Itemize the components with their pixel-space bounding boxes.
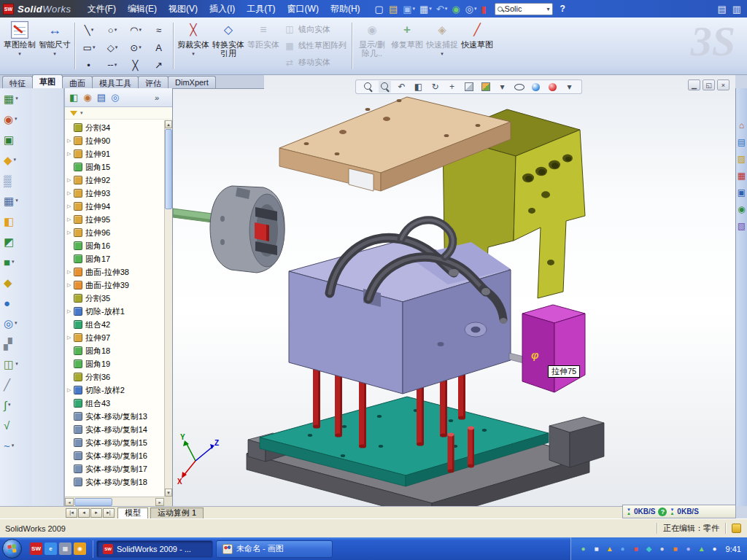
tree-item[interactable]: ▷ 拉伸93 (65, 187, 164, 200)
menu-item[interactable]: 插入(I) (204, 1, 241, 18)
zoom-area-icon[interactable] (379, 81, 391, 93)
tab-nav-button[interactable]: ▸| (103, 508, 115, 518)
menu-item[interactable]: 视图(V) (163, 1, 204, 18)
window-close-icon[interactable]: × (717, 79, 729, 90)
tray-icon[interactable]: ▲ (697, 544, 707, 554)
tree-filter-row[interactable]: ▾ (65, 107, 172, 120)
convert-entities-button[interactable]: 转换实体引用 (211, 19, 246, 73)
menu-item[interactable]: 工具(T) (241, 1, 281, 18)
tree-item[interactable]: ▷ 拉伸91 (65, 147, 164, 160)
resources-icon[interactable]: ⌂ (739, 121, 744, 130)
tree-item[interactable]: 圆角18 (65, 344, 164, 357)
dock-tool-button[interactable]: ▦ ▾ (0, 190, 32, 211)
expand-arrow-icon[interactable]: ▷ (67, 230, 74, 236)
dock-tool-button[interactable]: ~ ▾ (0, 435, 32, 456)
dock-tool-button[interactable]: ∫ ▾ (0, 394, 32, 415)
quick-launch-desktop-icon[interactable]: ▦ (59, 542, 71, 555)
dock-tool-button[interactable]: ▒ (0, 170, 32, 190)
tree-item[interactable]: 圆角15 (65, 160, 164, 174)
tray-icon[interactable]: ◆ (644, 544, 654, 554)
dock-tool-button[interactable]: ◆ (0, 272, 32, 292)
tree-item[interactable]: ▷ 切除-放样2 (65, 384, 164, 397)
tab-evaluate[interactable]: 评估 (138, 76, 169, 88)
tab-mold-tools[interactable]: 模具工具 (92, 76, 139, 88)
expand-arrow-icon[interactable]: ▷ (67, 269, 74, 275)
start-button[interactable] (2, 539, 22, 559)
panel-toggle-icon[interactable]: ▥ (731, 2, 743, 15)
dock-tool-button[interactable]: ◧ (0, 211, 32, 231)
tree-item[interactable]: 实体-移动/复制16 (65, 449, 164, 462)
expand-arrow-icon[interactable]: ▷ (67, 217, 74, 222)
tree-item[interactable]: ▷ 切除-放样1 (65, 305, 164, 318)
dock-tool-button[interactable]: ▦ ▾ (0, 88, 32, 109)
sketch-entity-button[interactable]: ▭▾ (77, 39, 101, 56)
quick-launch-solidworks-icon[interactable]: SW (30, 542, 42, 555)
netmon-help-icon[interactable]: ? (658, 508, 667, 516)
tab-features[interactable]: 特征 (2, 76, 33, 88)
dock-tool-button[interactable]: ╱ (0, 374, 32, 394)
tree-item[interactable]: 分割35 (65, 292, 164, 305)
tree-item[interactable]: ▷ 拉伸95 (65, 213, 164, 226)
tab-sketch[interactable]: 草图 (32, 74, 63, 88)
rapid-sketch-button[interactable]: 快速草图 (460, 19, 495, 73)
filter-dropdown-icon[interactable]: ▾ (80, 110, 83, 116)
dock-tool-button[interactable]: √ (0, 415, 32, 435)
collapse-menu-icon[interactable]: ▤ (716, 2, 727, 15)
expand-arrow-icon[interactable]: ▷ (67, 138, 74, 144)
dock-tool-button[interactable]: ● (0, 292, 32, 313)
sketch-entity-button[interactable]: ◇▾ (101, 39, 124, 56)
trim-entities-button[interactable]: 剪裁实体 ▾ (176, 19, 211, 73)
scroll-right-icon[interactable]: ▸ (155, 498, 164, 506)
model-canvas[interactable]: φ Y Z X (173, 75, 735, 506)
tree-item[interactable]: 分割34 (65, 121, 164, 134)
tray-icon[interactable]: ■ (670, 544, 681, 554)
options-icon[interactable]: ◎▾ (464, 2, 479, 15)
window-restore-icon[interactable]: ◱ (703, 79, 715, 90)
search-input[interactable]: Solic ▾ (495, 3, 553, 15)
undo-icon[interactable]: ↶▾ (435, 2, 449, 15)
smart-dimension-button[interactable]: 智能尺寸 ▾ (37, 19, 72, 73)
tab-nav-button[interactable]: ◂ (78, 508, 90, 518)
sketch-entity-button[interactable]: ⊙▾ (124, 39, 147, 56)
tray-icon[interactable]: ■ (631, 544, 641, 554)
tree-item[interactable]: ▷ 拉伸97 (65, 331, 164, 344)
linear-sketch-pattern-button[interactable]: ▦线性草图阵列 (284, 40, 347, 51)
tree-item[interactable]: 分割36 (65, 370, 164, 384)
search-dropdown-icon[interactable]: ▾ (547, 6, 550, 12)
motion-study-tab[interactable]: 运动算例 1 (150, 508, 204, 518)
sketch-entity-button[interactable]: ↗ (147, 56, 171, 74)
help-button[interactable]: ? (560, 4, 565, 14)
tree-item[interactable]: ▷ 曲面-拉伸38 (65, 265, 164, 279)
tray-icon[interactable]: ▲ (605, 544, 615, 554)
expand-arrow-icon[interactable]: ▷ (67, 387, 74, 393)
dock-tool-button[interactable]: ◆ ▾ (0, 149, 32, 170)
tree-item[interactable]: 实体-移动/复制15 (65, 436, 164, 449)
sketch-entity-button[interactable]: • (77, 56, 101, 74)
tree-item[interactable]: 实体-移动/复制18 (65, 475, 164, 489)
configuration-manager-tab-icon[interactable]: ▤ (97, 93, 106, 102)
file-explorer-icon[interactable]: ▨ (738, 155, 746, 163)
section-view-icon[interactable]: ◧ (412, 81, 425, 93)
feature-manager-tab-icon[interactable]: ◧ (69, 93, 78, 102)
dropdown-icon[interactable]: ▾ (496, 81, 508, 93)
sketch-entity-button[interactable]: ≈ (147, 21, 171, 39)
dimxpert-manager-tab-icon[interactable]: ◎ (111, 93, 119, 102)
dock-tool-button[interactable]: ■ ▾ (0, 252, 32, 272)
tree-horizontal-scrollbar[interactable]: ◂ ▸ (65, 497, 164, 506)
custom-properties-icon[interactable]: ◉ (738, 205, 745, 214)
mirror-entities-button[interactable]: ◫镜向实体 (284, 24, 347, 35)
display-delete-relations-button[interactable]: 显示/删除几.. (355, 19, 390, 73)
zoom-fit-icon[interactable] (362, 81, 374, 93)
tray-icon[interactable]: ● (710, 544, 720, 554)
tree-vertical-scrollbar[interactable]: ▲ ▼ (164, 120, 172, 497)
pan-icon[interactable]: + (446, 81, 458, 93)
new-document-icon[interactable]: ▢ (374, 2, 386, 15)
sketch-entity-button[interactable]: ╌▾ (101, 56, 124, 74)
sketch-entity-button[interactable]: ╳ (124, 56, 147, 74)
quick-snaps-button[interactable]: 快速捕捉 ▾ (425, 19, 460, 73)
model-tab[interactable]: 模型 (117, 508, 148, 518)
tree-item[interactable]: ▷ 拉伸94 (65, 200, 164, 213)
menu-item[interactable]: 编辑(E) (122, 1, 163, 18)
tray-icon[interactable]: ● (657, 544, 667, 554)
repair-sketch-button[interactable]: 修复草图 (390, 19, 425, 73)
